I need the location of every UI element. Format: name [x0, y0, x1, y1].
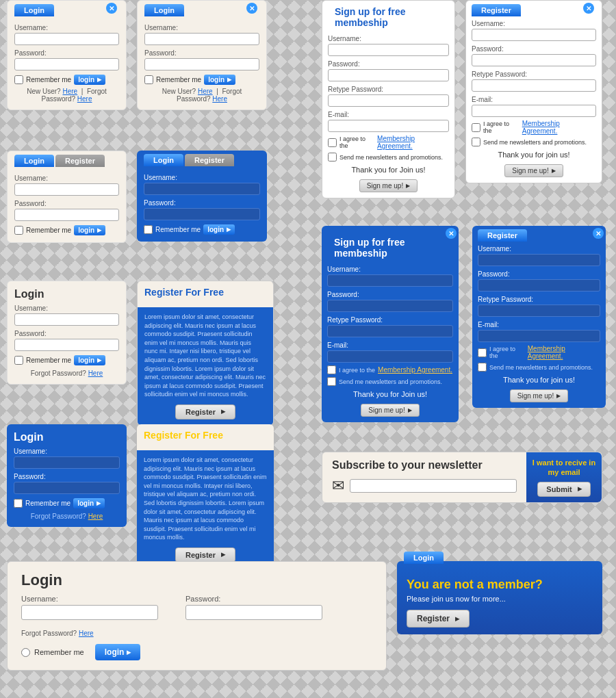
newsletter-checkbox-r2[interactable] [478, 363, 487, 372]
password-label-bl: Password: [185, 595, 322, 603]
username-input-p2[interactable] [144, 33, 259, 45]
login-btn-p1[interactable]: login▶ [74, 75, 105, 85]
newsletter-text-s2: Send me newsletters and promotions. [339, 378, 442, 385]
newsletter-email-input[interactable] [350, 479, 517, 493]
submit-btn[interactable]: Submit▶ [537, 482, 590, 497]
here-link-lb[interactable]: Here [88, 513, 103, 520]
here-link-p2[interactable]: Here [198, 88, 213, 95]
username-input-p4[interactable] [144, 183, 260, 195]
register-tab-p4[interactable]: Register [472, 4, 521, 16]
email-input-r2[interactable] [478, 330, 600, 342]
password-input-p2[interactable] [144, 58, 259, 70]
register-tab-p4[interactable]: Register [185, 154, 234, 166]
username-label-bl: Username: [21, 595, 158, 603]
sign-me-btn-s1[interactable]: Sign me up!▶ [359, 179, 418, 192]
username-input-p3[interactable] [14, 183, 119, 196]
membership-link-r2[interactable]: Membership Agreement. [528, 345, 600, 360]
login-btn-p4[interactable]: login▶ [203, 224, 235, 235]
email-input-s2[interactable] [327, 350, 453, 363]
login-btn-lw[interactable]: login▶ [74, 355, 105, 365]
here-link-bl[interactable]: Here [79, 630, 94, 637]
remember-label-p1: Remember me [26, 76, 71, 83]
retype-input-r1[interactable] [472, 79, 596, 92]
password-input-p3[interactable] [14, 209, 119, 221]
login-btn-p2[interactable]: login▶ [204, 75, 235, 85]
register-tab-r2[interactable]: Register [478, 229, 527, 242]
remember-checkbox-lw[interactable] [14, 356, 23, 365]
close-btn-p2[interactable]: ✕ [246, 3, 257, 14]
membership-link-s1[interactable]: Membership Agreement. [377, 135, 449, 150]
password-input-p4[interactable] [144, 208, 260, 220]
password-input-bl[interactable] [185, 605, 322, 620]
retype-input-r2[interactable] [478, 305, 600, 317]
thank-you-s1: Thank you for Join us! [351, 166, 425, 174]
close-btn-r2[interactable]: ✕ [593, 228, 604, 239]
username-input-lb[interactable] [14, 456, 120, 469]
username-input-s2[interactable] [327, 274, 453, 287]
password-input-lw[interactable] [14, 339, 119, 351]
remember-checkbox-lb[interactable] [14, 499, 23, 508]
remember-checkbox-p1[interactable] [14, 75, 23, 84]
forgot-bl: Forgot Password? [21, 630, 77, 637]
here-link-p1[interactable]: Here [62, 88, 77, 95]
membership-link-s2[interactable]: Membership Agreement. [378, 366, 452, 374]
here2-link-p1[interactable]: Here [77, 95, 92, 103]
username-input-lw[interactable] [14, 313, 119, 326]
password-label-lw: Password: [14, 330, 119, 337]
password-input-s1[interactable] [328, 69, 449, 81]
remember-radio-bl[interactable] [21, 648, 30, 657]
username-label-lw: Username: [14, 305, 119, 312]
newsletter-checkbox-r1[interactable] [472, 138, 480, 146]
password-input-s2[interactable] [327, 300, 453, 312]
email-input-r1[interactable] [472, 105, 596, 117]
login-tab-p1[interactable]: Login [14, 4, 54, 16]
register-btn-b[interactable]: Register▶ [175, 547, 235, 563]
username-input-r1[interactable] [472, 29, 596, 41]
remember-checkbox-p4[interactable] [144, 225, 153, 234]
username-input-bl[interactable] [21, 605, 158, 620]
login-btn-lb[interactable]: login▶ [73, 498, 105, 508]
remember-checkbox-p2[interactable] [144, 75, 153, 84]
agree-checkbox-s2[interactable] [327, 365, 336, 374]
close-btn-p1[interactable]: ✕ [106, 3, 117, 14]
sign-me-btn-r1[interactable]: Sign me up!▶ [504, 164, 563, 177]
register-btn-w[interactable]: Register▶ [175, 404, 235, 419]
login-tab-p3[interactable]: Login [14, 155, 54, 167]
sign-me-btn-r2[interactable]: Sign me up!▶ [510, 389, 568, 402]
username-label-p2: Username: [144, 24, 259, 31]
password-input-r2[interactable] [478, 279, 600, 292]
login-tab-p2[interactable]: Login [144, 4, 184, 16]
membership-link-r1[interactable]: Membership Agreement. [522, 120, 596, 135]
newsletter-checkbox-s1[interactable] [328, 153, 337, 161]
register-free-body-w: Lorem ipsum dolor sit amet, consectetur … [144, 313, 266, 399]
username-input-s1[interactable] [328, 44, 449, 56]
agree-text-s2: I agree to the [339, 367, 375, 374]
remember-checkbox-p3[interactable] [14, 226, 23, 235]
retype-input-s1[interactable] [328, 94, 449, 107]
password-input-lb[interactable] [14, 482, 120, 494]
sign-me-btn-s2[interactable]: Sign me up!▶ [361, 404, 419, 417]
close-btn-r1[interactable]: ✕ [583, 3, 594, 14]
thank-you-s2: Thank you for Join us! [353, 390, 427, 398]
here-link-lw[interactable]: Here [88, 370, 103, 377]
username-input-r2[interactable] [478, 254, 600, 266]
here2-link-p2[interactable]: Here [212, 95, 227, 103]
blue-register-btn[interactable]: Register▶ [407, 610, 470, 628]
username-input-p1[interactable] [14, 33, 119, 45]
username-label-p1: Username: [14, 24, 119, 31]
retype-input-s2[interactable] [327, 325, 453, 337]
newsletter-checkbox-s2[interactable] [327, 377, 336, 386]
register-tab-p3[interactable]: Register [55, 155, 105, 167]
blue-login-tab[interactable]: Login [404, 552, 444, 564]
password-input-p1[interactable] [14, 58, 119, 70]
agree-checkbox-s1[interactable] [328, 138, 337, 147]
password-input-r1[interactable] [472, 54, 596, 66]
close-btn-s2[interactable]: ✕ [446, 228, 457, 239]
login-tab-p4[interactable]: Login [144, 154, 183, 166]
agree-checkbox-r1[interactable] [472, 123, 480, 132]
login-btn-bl[interactable]: login▶ [95, 644, 141, 660]
agree-checkbox-r2[interactable] [478, 348, 487, 357]
newsletter-title: Subscribe to your newsletter [332, 459, 517, 471]
login-btn-p3[interactable]: login▶ [74, 225, 105, 235]
email-input-s1[interactable] [328, 120, 449, 132]
